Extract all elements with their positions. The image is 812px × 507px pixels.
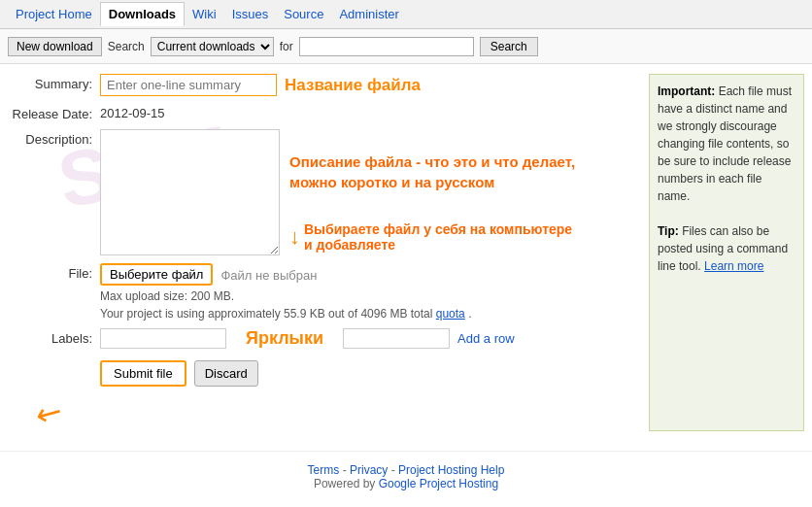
privacy-link[interactable]: Privacy [350,463,388,477]
google-project-hosting-link[interactable]: Google Project Hosting [379,477,498,490]
nav-wiki[interactable]: Wiki [185,2,224,26]
footer-dash-1: - [343,463,350,477]
learn-more-link[interactable]: Learn more [704,259,763,273]
file-choose-button[interactable]: Выберите файл [100,263,213,286]
file-no-selected-text: Файл не выбран [220,266,317,283]
summary-row: Summary: Название файла [8,74,637,96]
release-date-value: 2012-09-15 [100,104,165,120]
quota-link[interactable]: quota [436,307,465,321]
page-content: Summary: Название файла Release Date: 20… [0,64,812,502]
sidebar-info: Important: Each file must have a distinc… [649,74,804,431]
action-buttons: Submit file Discard [8,360,637,387]
description-annotation-line1: Описание файла - что это и что делает, [289,153,575,170]
search-bar: New download Search Current downloads fo… [0,29,812,64]
description-right-annotation: Описание файла - что это и что делает, м… [289,129,575,255]
description-annotation-text: Описание файла - что это и что делает, м… [289,152,575,192]
file-quota-text: Your project is using approximately 55.9… [100,307,432,321]
terms-link[interactable]: Terms [308,463,340,477]
footer-links: Terms - Privacy - Project Hosting Help [12,463,800,477]
summary-input-wrapper: Название файла [100,74,421,96]
search-input[interactable] [299,37,474,56]
nav-issues[interactable]: Issues [224,2,277,26]
file-label: File: [8,263,100,281]
file-annot-line2: и добавляете [304,237,572,253]
sidebar-tip-label: Tip: [658,224,679,238]
nav-project-home[interactable]: Project Home [8,2,100,26]
file-arrow-annotation: ↓ Выбираете файл у себя на компьютере и … [289,221,572,253]
main-wrapper: SCM Summary: Название файла Release Date… [0,64,812,502]
file-choose-wrapper: Выберите файл Файл не выбран [100,263,471,286]
file-quota-info: Your project is using approximately 55.9… [100,307,471,321]
bottom-arrow-area: ↙ [8,394,637,431]
search-label: Search [108,40,145,53]
release-date-row: Release Date: 2012-09-15 [8,104,637,121]
description-label: Description: [8,129,100,147]
sidebar-important-body: Each file must have a distinct name and … [658,84,792,203]
search-button[interactable]: Search [480,37,538,56]
arrow-visual: ↓ [289,224,300,250]
new-download-button[interactable]: New download [8,37,102,56]
sidebar-important: Important: Each file must have a distinc… [658,83,795,205]
file-max-upload: Max upload size: 200 MB. [100,289,471,303]
labels-annotation: Ярклыки [246,328,323,349]
description-row: Description: Описание файла - что это и … [8,129,637,255]
label-input-2[interactable] [343,328,450,349]
sidebar-tip: Tip: Files can also be posted using a co… [658,222,795,275]
summary-annotation: Название файла [285,76,421,95]
add-row-link[interactable]: Add a row [457,331,515,346]
description-annotation-wrapper: Описание файла - что это и что делает, м… [100,129,575,255]
footer-dash-2: - [391,463,398,477]
label-input-1[interactable] [100,328,226,349]
description-textarea[interactable] [100,129,280,255]
summary-input[interactable] [100,74,277,96]
nav-administer[interactable]: Administer [331,2,406,26]
upload-form: Summary: Название файла Release Date: 20… [8,74,637,431]
submit-file-button[interactable]: Submit file [100,360,186,387]
footer-powered-by: Powered by Google Project Hosting [12,477,800,490]
file-quota-period: . [468,307,471,321]
arrow-down-icon: ↓ [289,224,300,250]
summary-label: Summary: [8,74,100,91]
search-filter-select[interactable]: Current downloads [151,37,274,56]
nav-source[interactable]: Source [276,2,331,26]
labels-row: Labels: Ярклыки Add a row [8,328,637,349]
bottom-arrow-icon: ↙ [29,390,70,435]
project-hosting-help-link[interactable]: Project Hosting Help [398,463,504,477]
release-date-label: Release Date: [8,104,100,121]
file-input-area: Выберите файл Файл не выбран Max upload … [100,263,471,321]
labels-input-area: Ярклыки Add a row [100,328,515,349]
file-annot-line1: Выбираете файл у себя на компьютере [304,221,572,237]
for-label: for [280,40,293,53]
sidebar-important-label: Important: [658,84,715,98]
page-footer: Terms - Privacy - Project Hosting Help P… [0,451,812,502]
file-row: File: Выберите файл Файл не выбран Max u… [8,263,637,321]
labels-label: Labels: [8,328,100,346]
main-content-area: Summary: Название файла Release Date: 20… [0,64,812,441]
top-navigation: Project Home Downloads Wiki Issues Sourc… [0,0,812,29]
file-annotation-text: Выбираете файл у себя на компьютере и до… [304,221,572,253]
description-annotation-line2: можно коротко и на русском [289,174,494,190]
discard-button[interactable]: Discard [194,360,258,387]
powered-by-text: Powered by [314,477,375,490]
nav-downloads[interactable]: Downloads [100,2,185,26]
